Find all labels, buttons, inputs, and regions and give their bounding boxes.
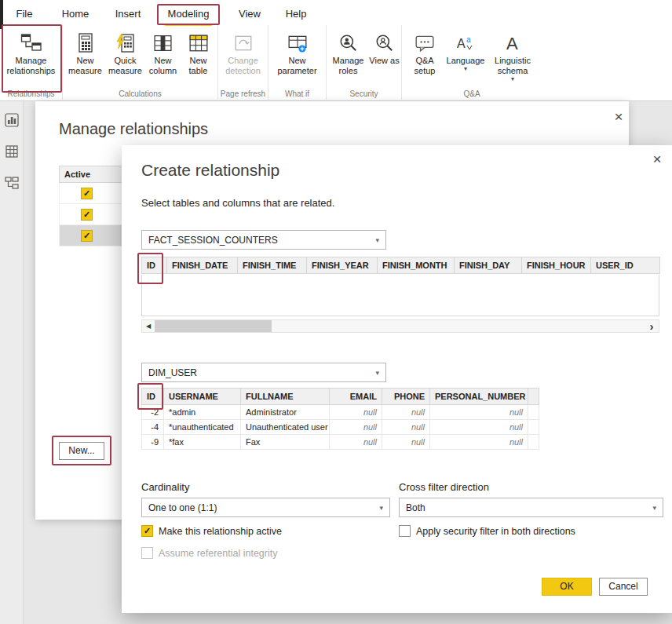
menu-view[interactable]: View — [232, 5, 267, 24]
table1-col-finish-year[interactable]: FINISH_YEAR — [307, 257, 378, 274]
cell-fullname[interactable]: Administrator — [241, 405, 330, 420]
cancel-button[interactable]: Cancel — [599, 578, 648, 596]
cell-fullname[interactable]: Fax — [241, 435, 330, 450]
cell-email[interactable]: null — [330, 420, 382, 435]
close-icon[interactable]: × — [611, 109, 626, 125]
table1-col-finish-time[interactable]: FINISH_TIME — [238, 257, 307, 274]
menu-help[interactable]: Help — [279, 5, 312, 24]
security-filter-checkbox[interactable] — [399, 525, 411, 537]
cross-filter-select[interactable]: Both ▾ — [399, 498, 663, 517]
relationship-active-checkbox[interactable]: ✓ — [81, 209, 93, 221]
new-parameter-button[interactable]: New parameter — [273, 27, 322, 89]
cell-username[interactable]: *fax — [164, 435, 241, 450]
cardinality-select-value: One to one (1:1) — [148, 502, 217, 513]
quick-measure-icon — [115, 30, 136, 53]
model-view-icon[interactable] — [4, 175, 20, 191]
cell-phone[interactable]: null — [382, 405, 430, 420]
ribbon-group-qa: Q&A setup Aa Language ▾ A Linguistic sch — [402, 25, 542, 100]
table2-col-phone[interactable]: PHONE — [382, 389, 430, 405]
table1-col-finish-day[interactable]: FINISH_DAY — [455, 257, 522, 274]
menu-modeling[interactable]: Modeling — [162, 5, 215, 24]
cell-id[interactable]: -4 — [142, 420, 164, 435]
new-measure-button[interactable]: New measure — [65, 27, 106, 89]
linguistic-schema-button[interactable]: A Linguistic schema ▾ — [488, 27, 538, 89]
new-column-button[interactable]: New column — [145, 27, 181, 89]
cell-fullname[interactable]: Unauthenticated user — [241, 420, 330, 435]
qa-setup-button[interactable]: Q&A setup — [406, 27, 444, 89]
table2-col-email[interactable]: EMAIL — [330, 389, 382, 405]
menu-home[interactable]: Home — [57, 5, 94, 24]
scrollbar-thumb[interactable] — [155, 320, 272, 332]
cell-id[interactable]: -2 — [142, 405, 164, 420]
relationship-active-checkbox[interactable]: ✓ — [81, 188, 93, 199]
table1-horizontal-scrollbar[interactable]: ◀ › — [141, 319, 659, 333]
create-dialog-title: Create relationship — [141, 161, 279, 180]
manage-roles-button[interactable]: Manage roles — [328, 27, 369, 89]
table2-col-personal-number[interactable]: PERSONAL_NUMBER — [430, 389, 528, 405]
chevron-down-icon: ▾ — [375, 236, 379, 244]
qa-setup-label: Q&A setup — [406, 56, 444, 76]
svg-text:A: A — [506, 34, 518, 53]
chevron-down-icon: ▾ — [652, 504, 656, 512]
menu-insert[interactable]: Insert — [110, 5, 146, 24]
new-table-button[interactable]: New table — [181, 27, 216, 89]
table2-col-id[interactable]: ID — [142, 389, 164, 405]
cell-personal-number[interactable]: null — [430, 420, 528, 435]
cell-personal-number[interactable]: null — [430, 405, 528, 420]
table-row[interactable]: -4 *unauthenticated Unauthenticated user… — [142, 420, 539, 435]
cell-personal-number[interactable]: null — [430, 435, 528, 450]
new-relationship-button[interactable]: New... — [59, 442, 104, 460]
table1-col-finish-month[interactable]: FINISH_MONTH — [378, 257, 455, 274]
table1-select[interactable]: FACT_SESSION_COUNTERS ▾ — [141, 230, 386, 250]
ribbon: File Home Insert Modeling View Help Mana… — [0, 0, 672, 101]
view-as-label: View as — [369, 56, 399, 66]
make-relationship-active-checkbox[interactable]: ✓ — [141, 525, 153, 537]
table1-col-user-id[interactable]: USER_ID — [591, 257, 660, 274]
table-row[interactable]: -9 *fax Fax null null null — [142, 435, 539, 450]
cell-email[interactable]: null — [330, 405, 382, 420]
cell-filler — [528, 435, 539, 450]
language-button[interactable]: Aa Language ▾ — [444, 27, 488, 89]
new-measure-label: New measure — [65, 56, 106, 76]
quick-measure-button[interactable]: Quick measure — [106, 27, 145, 89]
table2-col-username[interactable]: USERNAME — [164, 389, 241, 405]
table1-col-id[interactable]: ID — [142, 257, 167, 274]
ribbon-group-what-if: New parameter What if — [268, 25, 327, 100]
manage-relationships-label: Manage relationships — [2, 56, 60, 76]
cell-phone[interactable]: null — [382, 435, 430, 450]
qa-setup-icon — [415, 30, 435, 53]
table1-columns-grid: ID FINISH_DATE FINISH_TIME FINISH_YEAR F… — [141, 257, 660, 274]
cardinality-select[interactable]: One to one (1:1) ▾ — [141, 498, 390, 517]
table2-select[interactable]: DIM_USER ▾ — [141, 363, 386, 382]
create-dialog-subtitle: Select tables and columns that are relat… — [141, 197, 334, 209]
ribbon-group-calculations: New measure Quick measure New column — [63, 25, 218, 100]
svg-text:a: a — [466, 35, 471, 44]
cell-phone[interactable]: null — [382, 420, 430, 435]
cell-email[interactable]: null — [330, 435, 382, 450]
ok-button[interactable]: OK — [542, 578, 592, 596]
ribbon-button-area: Manage relationships Relationships New m… — [0, 25, 542, 100]
report-view-icon[interactable] — [4, 112, 20, 128]
scroll-right-icon[interactable]: › — [645, 320, 659, 332]
table1-col-finish-date[interactable]: FINISH_DATE — [167, 257, 238, 274]
manage-relationships-button[interactable]: Manage relationships — [2, 27, 60, 89]
menu-file[interactable]: File — [8, 5, 41, 24]
scroll-left-icon[interactable]: ◀ — [142, 323, 155, 330]
table2-col-fullname[interactable]: FULLNAME — [241, 389, 330, 405]
new-parameter-label: New parameter — [273, 56, 322, 76]
table1-col-finish-hour[interactable]: FINISH_HOUR — [522, 257, 591, 274]
view-as-button[interactable]: View as — [369, 27, 400, 89]
close-icon[interactable]: × — [649, 151, 665, 167]
ribbon-group-page-refresh: Change detection Page refresh — [218, 25, 268, 100]
cardinality-label: Cardinality — [141, 481, 189, 493]
make-relationship-active-label[interactable]: Make this relationship active — [159, 526, 282, 537]
cell-username[interactable]: *unauthenticated — [164, 420, 241, 435]
data-view-icon[interactable] — [4, 144, 20, 159]
cell-id[interactable]: -9 — [142, 435, 164, 450]
relationship-active-checkbox[interactable]: ✓ — [81, 230, 93, 242]
table-row[interactable]: -2 *admin Administrator null null null — [142, 405, 539, 420]
new-column-icon — [153, 30, 173, 53]
cell-username[interactable]: *admin — [164, 405, 241, 420]
security-filter-label[interactable]: Apply security filter in both directions — [416, 526, 575, 537]
new-table-icon — [188, 30, 209, 53]
